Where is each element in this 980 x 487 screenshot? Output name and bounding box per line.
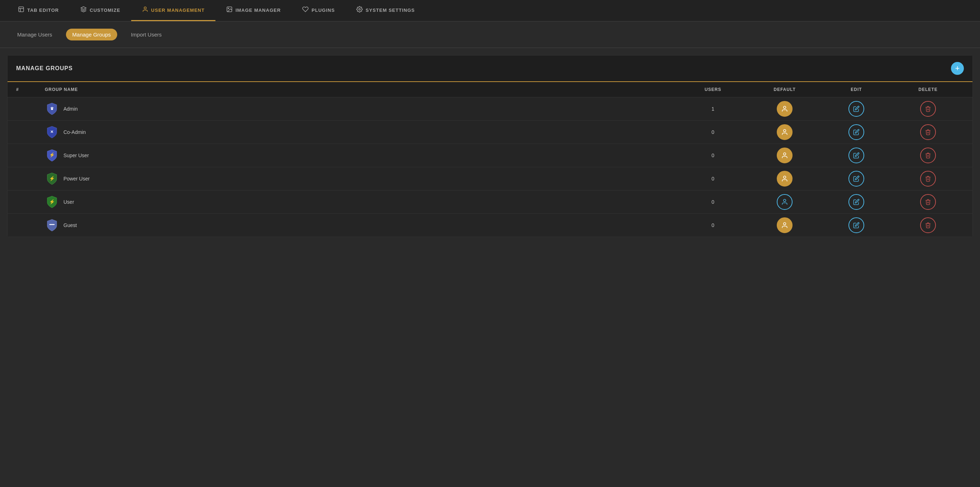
default-button[interactable]: [777, 148, 792, 163]
add-group-button[interactable]: +: [951, 62, 964, 75]
group-name: Admin: [64, 106, 78, 112]
svg-point-14: [784, 176, 786, 179]
row-edit: [821, 194, 892, 210]
row-name-cell: ♛ Admin: [45, 102, 677, 116]
row-users: 0: [677, 176, 749, 182]
col-header-default: DEFAULT: [749, 87, 821, 92]
nav-customize-label: CUSTOMIZE: [90, 8, 120, 13]
group-icon-guest: [45, 218, 59, 232]
row-delete: [892, 217, 964, 233]
row-edit: [821, 171, 892, 187]
row-users: 0: [677, 152, 749, 158]
sub-tab-import-users[interactable]: Import Users: [124, 29, 168, 40]
group-icon-co-admin: ✕: [45, 125, 59, 139]
row-name-cell: ⚡ Power User: [45, 171, 677, 186]
nav-customize[interactable]: CUSTOMIZE: [70, 0, 131, 21]
panel-title: MANAGE GROUPS: [16, 65, 73, 71]
row-default: [749, 124, 821, 140]
group-name: Guest: [64, 222, 77, 228]
default-button[interactable]: [777, 124, 792, 140]
group-icon-power-user: ⚡: [45, 171, 59, 186]
row-edit: [821, 148, 892, 163]
edit-button[interactable]: [848, 217, 864, 233]
row-delete: [892, 171, 964, 187]
group-icon-admin: ♛: [45, 102, 59, 116]
table-row: Guest 0: [8, 214, 972, 237]
edit-button[interactable]: [848, 194, 864, 210]
delete-button[interactable]: [920, 217, 936, 233]
row-users: 1: [677, 106, 749, 112]
row-name-cell: ⚡ Super User: [45, 148, 677, 163]
row-edit: [821, 101, 892, 117]
nav-plugins-label: PLUGINS: [312, 8, 335, 13]
edit-button[interactable]: [848, 171, 864, 187]
tab-editor-icon: [18, 6, 24, 14]
svg-text:♛: ♛: [50, 106, 54, 111]
delete-button[interactable]: [920, 171, 936, 187]
row-name-cell: ✕ Co-Admin: [45, 125, 677, 139]
col-header-group-name: GROUP NAME: [45, 87, 677, 92]
delete-button[interactable]: [920, 148, 936, 163]
svg-rect-0: [19, 7, 24, 12]
edit-button[interactable]: [848, 124, 864, 140]
default-button[interactable]: [777, 171, 792, 187]
nav-user-management[interactable]: USER MANAGEMENT: [131, 0, 215, 21]
svg-text:⚡: ⚡: [49, 199, 55, 205]
nav-system-settings-label: SYSTEM SETTINGS: [366, 8, 415, 13]
edit-button[interactable]: [848, 148, 864, 163]
group-name: Super User: [64, 152, 89, 158]
table-row: ⚡ User 0: [8, 190, 972, 214]
panel-header: MANAGE GROUPS +: [8, 56, 972, 82]
col-header-number: #: [16, 87, 45, 92]
sub-tab-manage-groups[interactable]: Manage Groups: [66, 29, 118, 40]
group-name: User: [64, 199, 74, 205]
group-icon-user: ⚡: [45, 195, 59, 209]
sub-tab-manage-users[interactable]: Manage Users: [11, 29, 59, 40]
default-button[interactable]: [777, 194, 792, 210]
main-content: MANAGE GROUPS + # GROUP NAME USERS DEFAU…: [0, 55, 980, 244]
table-row: ⚡ Super User 0: [8, 144, 972, 167]
row-delete: [892, 101, 964, 117]
nav-user-management-label: USER MANAGEMENT: [151, 8, 205, 13]
svg-text:⚡: ⚡: [49, 152, 55, 158]
manage-groups-panel: MANAGE GROUPS + # GROUP NAME USERS DEFAU…: [7, 55, 973, 237]
row-delete: [892, 124, 964, 140]
group-name: Power User: [64, 176, 90, 182]
col-header-users: USERS: [677, 87, 749, 92]
row-edit: [821, 217, 892, 233]
svg-point-6: [359, 9, 361, 10]
nav-plugins[interactable]: PLUGINS: [291, 0, 345, 21]
row-users: 0: [677, 129, 749, 135]
sub-nav: Manage Users Manage Groups Import Users: [0, 22, 980, 48]
nav-system-settings[interactable]: SYSTEM SETTINGS: [345, 0, 425, 21]
svg-point-16: [784, 200, 786, 202]
divider: [0, 48, 980, 48]
svg-text:✕: ✕: [51, 130, 54, 134]
row-name-cell: ⚡ User: [45, 195, 677, 209]
row-default: [749, 194, 821, 210]
edit-button[interactable]: [848, 101, 864, 117]
row-users: 0: [677, 199, 749, 205]
top-nav: TAB EDITOR CUSTOMIZE USER MANAGEMENT IMA…: [0, 0, 980, 22]
row-delete: [892, 148, 964, 163]
image-manager-icon: [226, 6, 232, 14]
nav-tab-editor-label: TAB EDITOR: [27, 8, 59, 13]
delete-button[interactable]: [920, 124, 936, 140]
svg-point-3: [144, 7, 146, 9]
user-management-icon: [142, 6, 148, 14]
default-button[interactable]: [777, 217, 792, 233]
row-name-cell: Guest: [45, 218, 677, 232]
table-row: ♛ Admin 1: [8, 97, 972, 121]
row-default: [749, 171, 821, 187]
nav-image-manager[interactable]: IMAGE MANAGER: [215, 0, 291, 21]
delete-button[interactable]: [920, 194, 936, 210]
default-button[interactable]: [777, 101, 792, 117]
row-default: [749, 101, 821, 117]
svg-point-5: [228, 8, 229, 9]
svg-point-10: [784, 130, 786, 132]
nav-image-manager-label: IMAGE MANAGER: [235, 8, 281, 13]
svg-text:⚡: ⚡: [49, 176, 55, 182]
delete-button[interactable]: [920, 101, 936, 117]
nav-tab-editor[interactable]: TAB EDITOR: [7, 0, 70, 21]
col-header-edit: EDIT: [821, 87, 892, 92]
